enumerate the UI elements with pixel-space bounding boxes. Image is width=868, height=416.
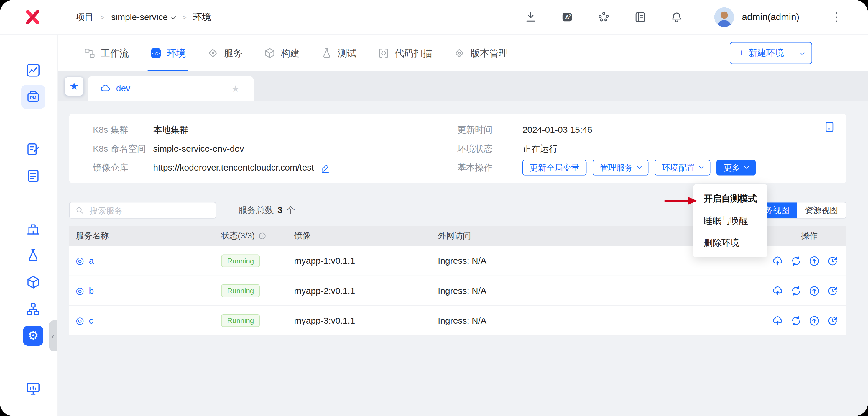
history-clock-icon[interactable] xyxy=(827,285,838,297)
tab-environments[interactable]: </> 环境 xyxy=(150,35,186,71)
create-environment-button[interactable]: + 新建环境 xyxy=(730,42,812,64)
env-tab-dev[interactable]: dev ★ xyxy=(88,76,254,101)
star-outline-icon[interactable]: ★ xyxy=(231,83,239,94)
field-value: 本地集群 xyxy=(153,124,188,136)
translate-icon[interactable]: A 2 xyxy=(560,11,574,24)
status-badge: Running xyxy=(221,285,260,297)
sidebar-item-settings[interactable]: ⚙ xyxy=(23,326,43,346)
service-icon xyxy=(207,47,219,59)
sidebar-item-clusters[interactable] xyxy=(25,301,41,317)
history-clock-icon[interactable] xyxy=(827,255,838,267)
button-label: 更新全局变量 xyxy=(530,162,579,173)
manage-services-button[interactable]: 管理服务 xyxy=(593,160,648,176)
restart-sync-icon[interactable] xyxy=(790,315,802,327)
restart-sync-icon[interactable] xyxy=(790,255,802,267)
upgrade-arrow-icon[interactable] xyxy=(808,285,820,297)
service-link[interactable]: ◎ b xyxy=(76,286,221,296)
sidebar-item-delivery-report[interactable] xyxy=(25,168,41,184)
service-link[interactable]: ◎ c xyxy=(76,316,221,326)
tab-code-scan[interactable]: 代码扫描 xyxy=(378,35,433,71)
tab-services[interactable]: 服务 xyxy=(207,35,243,71)
edit-pencil-icon[interactable] xyxy=(320,162,331,173)
service-target-icon: ◎ xyxy=(76,256,84,266)
tab-builds[interactable]: 构建 xyxy=(264,35,300,71)
update-global-vars-button[interactable]: 更新全局变量 xyxy=(522,160,587,176)
redeploy-cloud-icon[interactable] xyxy=(772,315,784,327)
resource-view-button[interactable]: 资源视图 xyxy=(797,202,846,218)
tab-label: 版本管理 xyxy=(470,47,508,59)
sidebar-item-resources[interactable] xyxy=(25,274,41,290)
section-tabbar: 工作流 </> 环境 服务 xyxy=(58,35,868,71)
sidebar-item-organization[interactable] xyxy=(25,221,41,236)
breadcrumb-projects[interactable]: 项目 xyxy=(76,11,93,23)
notification-bell-icon[interactable] xyxy=(670,11,683,24)
menu-item-self-test-mode[interactable]: 开启自测模式 xyxy=(693,188,767,210)
redeploy-cloud-icon[interactable] xyxy=(772,285,784,297)
service-search-box[interactable] xyxy=(69,202,216,218)
more-dropdown-menu: 开启自测模式 睡眠与唤醒 删除环境 xyxy=(693,184,767,257)
sidebar-item-quality[interactable] xyxy=(25,247,41,263)
docs-icon[interactable] xyxy=(633,11,647,24)
environment-code-icon: </> xyxy=(150,47,162,59)
header-image: 镜像 xyxy=(294,231,438,241)
cloud-icon xyxy=(100,83,111,94)
sidebar-item-dashboard[interactable] xyxy=(25,63,41,78)
upgrade-arrow-icon[interactable] xyxy=(808,255,820,267)
tab-version-management[interactable]: 版本管理 xyxy=(454,35,508,71)
apps-grid-icon[interactable] xyxy=(597,11,610,24)
field-value: https://koderover.tencentcloudcr.com/tes… xyxy=(153,162,314,173)
user-avatar[interactable] xyxy=(714,7,735,27)
workflow-icon xyxy=(84,47,96,59)
service-name: b xyxy=(89,286,94,296)
image-value: myapp-1:v0.1.1 xyxy=(294,256,438,266)
user-name[interactable]: admin(admin) xyxy=(742,11,799,23)
app-window: 项目 > simple-service > 环境 A 2 xyxy=(0,0,868,416)
sidebar-item-system-monitor[interactable] xyxy=(25,381,41,396)
menu-item-delete-env[interactable]: 删除环境 xyxy=(693,232,767,254)
tab-workflows[interactable]: 工作流 xyxy=(84,35,129,71)
upgrade-arrow-icon[interactable] xyxy=(808,315,820,327)
service-link[interactable]: ◎ a xyxy=(76,256,221,266)
total-count: 3 xyxy=(277,205,282,215)
search-input[interactable] xyxy=(88,205,210,216)
star-icon: ★ xyxy=(69,80,79,92)
svg-text:PM: PM xyxy=(30,95,36,100)
info-row-operations: 基本操作 更新全局变量 管理服务 xyxy=(457,158,756,177)
download-icon[interactable] xyxy=(524,11,537,24)
more-button[interactable]: 更多 xyxy=(716,160,756,176)
restart-sync-icon[interactable] xyxy=(790,285,802,297)
status-badge: Running xyxy=(221,255,260,267)
info-row-registry: 镜像仓库 https://koderover.tencentcloudcr.co… xyxy=(93,158,331,177)
field-label: K8s 命名空间 xyxy=(93,143,153,155)
tab-tests[interactable]: 测试 xyxy=(321,35,357,71)
button-label: 环境配置 xyxy=(662,162,695,173)
breadcrumb-separator: > xyxy=(182,13,187,22)
env-tab-name: dev xyxy=(116,84,130,93)
left-sidebar: PM xyxy=(0,35,58,416)
breadcrumb: 项目 > simple-service > 环境 xyxy=(76,11,211,23)
sidebar-collapse-handle[interactable]: ‹ xyxy=(49,320,58,351)
field-value: 2024-01-03 15:46 xyxy=(522,125,592,135)
button-label: 管理服务 xyxy=(600,162,633,173)
table-row: ◎ c Running myapp-3:v0.1.1 Ingress: N/A xyxy=(69,306,846,336)
help-circle-icon[interactable]: ? xyxy=(258,232,266,240)
menu-item-sleep-wake[interactable]: 睡眠与唤醒 xyxy=(693,210,767,232)
brand-logo-icon[interactable] xyxy=(23,8,42,27)
env-doc-icon[interactable] xyxy=(824,121,835,133)
service-target-icon: ◎ xyxy=(76,286,84,295)
tab-label: 环境 xyxy=(167,47,186,59)
total-unit: 个 xyxy=(286,204,295,216)
table-row: ◎ b Running myapp-2:v0.1.1 Ingress: N/A xyxy=(69,276,846,306)
more-options-kebab-icon[interactable]: ⋮ xyxy=(830,11,842,23)
favorite-env-button[interactable]: ★ xyxy=(65,77,84,96)
sidebar-item-projects[interactable]: PM xyxy=(21,85,45,109)
breadcrumb-project-selector[interactable]: simple-service xyxy=(111,12,176,22)
basic-operations: 更新全局变量 管理服务 环境配置 xyxy=(522,160,756,176)
redeploy-cloud-icon[interactable] xyxy=(772,255,784,267)
gear-icon: ⚙ xyxy=(28,329,39,343)
info-fields-left: K8s 集群 本地集群 K8s 命名空间 simple-service-env-… xyxy=(93,121,331,177)
ingress-value: Ingress: N/A xyxy=(438,256,766,266)
history-clock-icon[interactable] xyxy=(827,315,838,327)
env-config-button[interactable]: 环境配置 xyxy=(654,160,710,176)
sidebar-item-release-plan[interactable] xyxy=(25,142,41,157)
